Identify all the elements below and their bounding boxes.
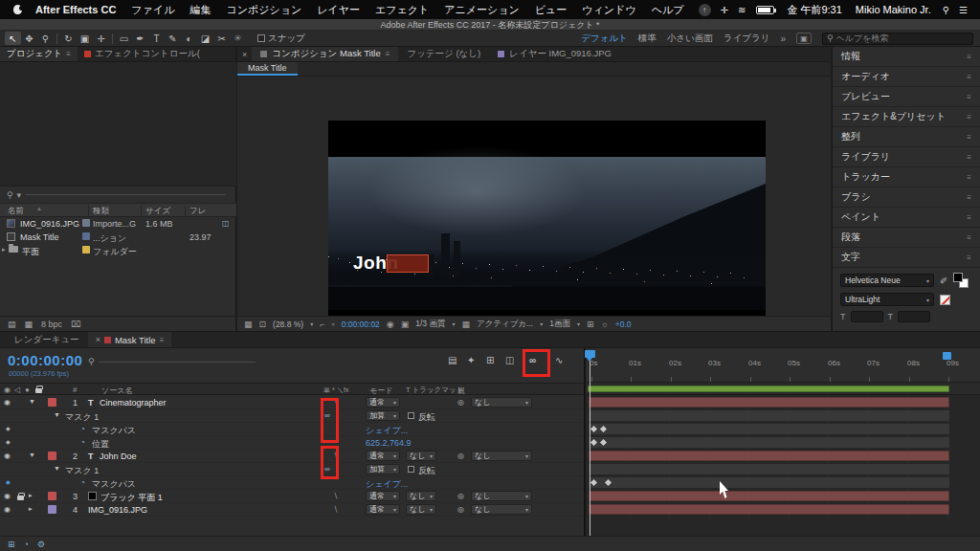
quality-switch-icon[interactable]: ∖ — [333, 505, 338, 514]
roi-icon[interactable]: ▦ — [461, 320, 470, 329]
menu-item-window[interactable]: ウィンドウ — [582, 3, 635, 17]
current-timecode[interactable]: 0:00:00:00 — [8, 352, 82, 368]
pen-tool[interactable]: ✒ — [132, 32, 148, 45]
panel-header-character[interactable]: 文字≡ — [833, 248, 980, 268]
view-layout-dropdown[interactable]: 1画面 — [549, 319, 570, 330]
clone-stamp-tool[interactable]: ◐ — [181, 32, 197, 45]
expander-icon[interactable]: ▼ — [29, 398, 35, 405]
exposure-value[interactable]: +0.0 — [615, 320, 632, 329]
label-color[interactable] — [82, 232, 90, 240]
layer-label-color[interactable] — [48, 452, 56, 460]
rotation-tool[interactable]: ↻ — [60, 32, 77, 45]
track-matte-dropdown[interactable]: なし▾ — [406, 451, 436, 461]
font-style-dropdown[interactable]: UltraLight ▾ — [840, 293, 934, 306]
brush-tool[interactable]: ✎ — [165, 32, 181, 45]
snap-checkbox[interactable] — [257, 34, 265, 42]
panel-menu-icon[interactable]: ≡ — [967, 173, 971, 182]
quality-switch-icon[interactable]: ∖ — [333, 452, 338, 460]
close-icon[interactable]: × — [237, 47, 252, 61]
panel-menu-icon[interactable]: ≡ — [967, 133, 971, 142]
column-switches[interactable]: 単＊＼fx — [323, 386, 348, 395]
workspace-grid-icon[interactable]: ▣ — [796, 33, 812, 44]
notification-center-icon[interactable]: ☰ — [959, 5, 968, 15]
selection-tool[interactable]: ↖ — [5, 32, 21, 45]
project-search[interactable]: ⚲ ▾ — [0, 187, 236, 204]
menu-clock[interactable]: 金 午前9:31 — [787, 3, 841, 17]
stopwatch-icon[interactable]: ◔ — [80, 425, 85, 433]
column-parent[interactable]: 親 — [457, 386, 465, 396]
timeline-track-area[interactable]: 0s 01s 02s 03s 04s 05s 06s 07s 08s 09s — [584, 348, 980, 551]
magnification-icon[interactable]: ▦ — [244, 320, 253, 329]
menu-item-file[interactable]: ファイル — [131, 3, 174, 17]
chain-link-icon[interactable]: ∞ — [529, 355, 536, 365]
delete-item-icon[interactable]: ⌧ — [71, 320, 80, 329]
current-time-indicator-head[interactable] — [585, 350, 595, 358]
panel-menu-icon[interactable]: ≡ — [967, 233, 971, 242]
panel-menu-icon[interactable]: ≡ — [967, 153, 971, 162]
panel-header-paint[interactable]: ペイント≡ — [833, 208, 980, 228]
panel-header-audio[interactable]: オーディオ≡ — [833, 67, 980, 87]
camera-dropdown[interactable]: アクティブカ... — [477, 319, 533, 330]
composition-canvas[interactable]: John — [328, 121, 766, 345]
tab-footage[interactable]: フッテージ (なし) — [398, 47, 489, 61]
workspace-tab-libraries[interactable]: ライブラリ — [724, 33, 770, 45]
tab-timeline-comp[interactable]: × Mask Title ≡ — [88, 332, 172, 347]
panel-menu-icon[interactable]: ≡ — [967, 93, 971, 101]
link-icon[interactable]: ∞ — [324, 411, 330, 420]
exposure-icon[interactable]: ☼ — [601, 320, 609, 329]
pickwhip-icon[interactable]: ◎ — [457, 452, 464, 460]
layer-name[interactable]: IMG_0916.JPG — [88, 505, 147, 515]
tab-effect-controls[interactable]: エフェクトコントロール( — [78, 47, 207, 61]
invert-checkbox[interactable] — [408, 466, 414, 473]
column-fps[interactable]: フレ — [189, 206, 206, 217]
eyedropper-icon[interactable]: ✐ — [940, 276, 947, 286]
project-row-folder[interactable]: ▸ 平面 フォルダー — [0, 244, 236, 257]
grid-icon[interactable]: ⊞ — [587, 320, 594, 329]
project-column-header[interactable]: 名前 ▲ 種類 サイズ フレ — [0, 204, 236, 217]
interpret-footage-icon[interactable]: ▦ — [25, 320, 33, 329]
font-size-dropdown[interactable] — [851, 311, 883, 322]
bpc-indicator[interactable]: 8 bpc — [41, 320, 62, 329]
mask-group-row[interactable]: ▼ マスク 1 ∞ 加算▾ 反転 — [0, 463, 584, 476]
position-row[interactable]: ◆ ◔ 位置 625.2,764.9 — [0, 436, 584, 450]
hand-tool[interactable]: ✥ — [21, 32, 37, 45]
mask-mode-dropdown[interactable]: 加算▾ — [366, 410, 400, 421]
column-size[interactable]: サイズ — [145, 206, 170, 217]
help-search-input[interactable] — [836, 33, 969, 43]
panel-header-preview[interactable]: プレビュー≡ — [833, 87, 980, 107]
column-kind[interactable]: 種類 — [93, 206, 109, 217]
eraser-tool[interactable]: ◪ — [197, 32, 213, 45]
expander-icon[interactable]: ▸ — [29, 505, 33, 513]
camera-tool[interactable]: ▣ — [77, 32, 93, 45]
panel-menu-icon[interactable]: ≡ — [967, 113, 971, 121]
layer-duration-bar[interactable] — [589, 504, 949, 515]
menu-item-app[interactable]: After Effects CC — [35, 4, 116, 15]
expander-icon[interactable]: ▸ — [29, 492, 33, 499]
track-matte-dropdown[interactable]: なし▾ — [406, 491, 436, 501]
layer-row-1[interactable]: ◉ ▼ 1 T Cinematographer ∖ 通常▾ ◎ なし▾ — [0, 396, 584, 409]
cloud-status-icon[interactable]: ↑ — [699, 4, 711, 16]
panel-menu-icon[interactable]: ≡ — [967, 53, 971, 61]
invert-checkbox[interactable] — [408, 412, 414, 419]
layer-label-color[interactable] — [48, 398, 56, 407]
parent-dropdown[interactable]: なし▾ — [471, 451, 532, 461]
tab-project[interactable]: プロジェクト ≡ — [0, 47, 78, 61]
keyframe-nav-icon[interactable]: ◆ — [6, 478, 11, 485]
close-icon[interactable]: × — [96, 335, 100, 344]
parent-dropdown[interactable]: なし▾ — [471, 397, 532, 408]
layer-row-4[interactable]: ◉ ▸ 4 IMG_0916.JPG ∖ 通常▾ なし▾ ◎ なし▾ — [0, 503, 584, 517]
menu-extra-icon[interactable]: ✛ — [721, 5, 728, 15]
puppet-pin-tool[interactable]: ⍟ — [230, 32, 246, 45]
spotlight-icon[interactable]: ⚲ — [943, 5, 949, 15]
show-snapshot-icon[interactable]: ▣ — [401, 320, 410, 329]
column-source-name[interactable]: ソース名 — [101, 386, 132, 396]
layer-duration-bar[interactable] — [589, 451, 949, 461]
mask-toggle-icon[interactable]: ▫ — [331, 320, 334, 329]
layer-label-color[interactable] — [48, 505, 56, 514]
mask-path-row[interactable]: ◆ ◔ マスクパス シェイプ... — [0, 423, 584, 436]
panel-menu-icon[interactable]: ≡ — [386, 50, 390, 58]
menu-item-view[interactable]: ビュー — [535, 3, 568, 17]
tab-composition[interactable]: コンポジション Mask Title ≡ — [252, 47, 398, 61]
panel-header-effects-presets[interactable]: エフェクト&プリセット≡ — [833, 107, 980, 127]
mask-selection-box[interactable] — [387, 254, 429, 273]
